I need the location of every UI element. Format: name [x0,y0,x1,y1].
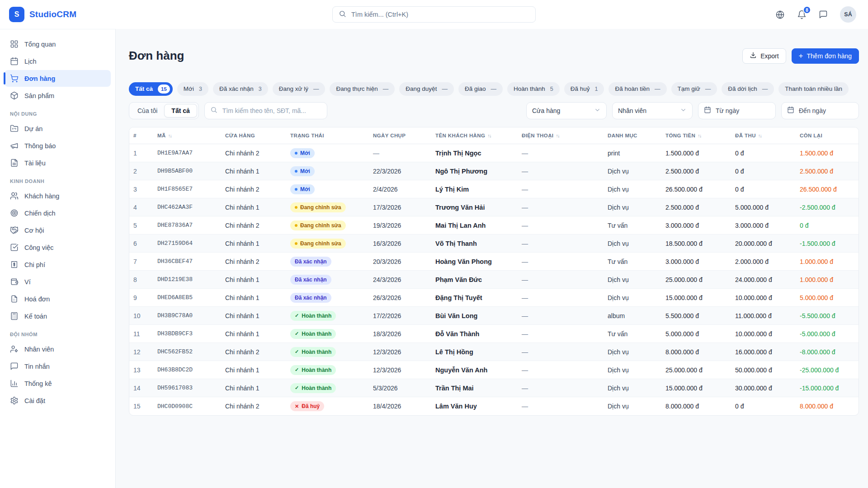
order-row[interactable]: 13DH63B8DC2DChi nhánh 1✓Hoàn thành12/3/2… [129,361,859,379]
status-filter-chip[interactable]: Đang xử lý— [273,82,326,96]
sidebar-item-chi-phi[interactable]: Chi phí [5,256,111,273]
chip-label: Đang thực hiện [336,85,377,92]
cell-phone: — [517,271,603,289]
sidebar-item-tai-lieu[interactable]: Tài liệu [5,155,111,171]
cell-total: 25.000.000 đ [661,361,731,379]
sidebar-item-hoa-don[interactable]: Hoá đơn [5,291,111,307]
order-row[interactable]: 3DH1F8565E7Chi nhánh 2Mới2/4/2026Lý Thị … [129,180,859,198]
status-filter-chip[interactable]: Đã huỷ1 [564,82,604,96]
sidebar-item-thong-ke[interactable]: Thống kê [5,375,111,392]
handshake-icon [10,226,19,235]
cell-customer: Đặng Thị Tuyết [431,289,517,307]
sidebar-item-du-an[interactable]: Dự án [5,120,111,137]
notification-badge: 8 [803,6,811,14]
cell-phone: — [517,235,603,253]
cell-status: Đang chỉnh sửa [286,235,368,253]
cell-index: 1 [129,144,153,162]
sidebar-item-vi[interactable]: Ví [5,273,111,290]
sidebar-item-tong-quan[interactable]: Tổng quan [5,36,111,52]
sidebar-item-chien-dich[interactable]: Chiến dịch [5,205,111,221]
cell-customer: Nguyễn Văn Anh [431,361,517,379]
cell-store: Chi nhánh 1 [221,271,286,289]
sidebar-item-don-hang[interactable]: Đơn hàng [5,70,111,87]
staff-filter-select[interactable]: Nhân viên [612,102,693,119]
avatar[interactable]: SÁ [840,6,856,23]
sidebar-item-label: Nhân viên [24,346,54,353]
cell-paid: 0 đ [731,162,795,180]
cell-remaining: -1.500.000 đ [795,235,859,253]
status-filter-chip[interactable]: Tạm giữ— [671,82,717,96]
cell-date: 16/3/2026 [368,235,431,253]
sidebar-item-cai-dat[interactable]: Cài đặt [5,392,111,409]
sidebar-item-khach-hang[interactable]: Khách hàng [5,188,111,204]
order-row[interactable]: 10DH3B9C78A0Chi nhánh 1✓Hoàn thành17/2/2… [129,307,859,325]
sidebar-item-label: Cài đặt [24,397,45,404]
scope-my-button[interactable]: Của tôi [131,104,164,117]
sidebar-item-san-pham[interactable]: Sản phẩm [5,87,111,104]
status-filter-chip[interactable]: Đã giao— [458,82,503,96]
sidebar-item-lich[interactable]: Lịch [5,53,111,70]
global-search-input[interactable] [350,10,529,19]
global-search[interactable] [332,6,536,23]
column-header[interactable]: TỔNG TIỀN↑↓ [661,127,731,144]
status-filter-chip[interactable]: Đã dời lịch— [722,82,774,96]
status-dot-icon [295,152,297,155]
chip-count: — [655,86,660,92]
chip-label: Tạm giữ [678,85,700,92]
order-row[interactable]: 9DHED6A8EB5Chi nhánh 1Đã xác nhận26/3/20… [129,289,859,307]
cell-status: ✓Hoàn thành [286,325,368,343]
order-row[interactable]: 2DH9B5ABF00Chi nhánh 1Mới22/3/2026Ngô Th… [129,162,859,180]
cell-code: DH1E9A7AA7 [153,144,221,162]
sidebar-item-ke-toan[interactable]: Kế toán [5,308,111,324]
order-row[interactable]: 12DHC562FB52Chi nhánh 2✓Hoàn thành12/3/2… [129,343,859,361]
order-row[interactable]: 6DH27159D64Chi nhánh 1Đang chỉnh sửa16/3… [129,235,859,253]
chart-icon [10,379,19,388]
export-button[interactable]: Export [742,48,786,64]
column-header[interactable]: ĐÃ THU↑↓ [731,127,795,144]
sidebar-item-cong-viec[interactable]: Công việc [5,239,111,256]
add-order-button[interactable]: + Thêm đơn hàng [792,48,859,64]
date-to-input[interactable]: Đến ngày [781,102,859,119]
column-header[interactable]: MÃ↑↓ [153,127,221,144]
order-row[interactable]: 5DHE87836A7Chi nhánh 2Đang chỉnh sửa19/3… [129,216,859,235]
cell-total: 5.500.000 đ [661,307,731,325]
table-search-input[interactable] [222,107,321,115]
order-row[interactable]: 1DH1E9A7AA7Chi nhánh 2Mới—Trịnh Thị Ngọc… [129,144,859,162]
column-header[interactable]: ĐIỆN THOẠI↑↓ [517,127,603,144]
cell-remaining: 26.500.000 đ [795,180,859,198]
order-row[interactable]: 7DH36CBEF47Chi nhánh 2Đã xác nhận20/3/20… [129,253,859,271]
status-filter-chip[interactable]: Đang duyệt— [399,82,454,96]
store-filter-select[interactable]: Cửa hàng [526,102,607,119]
status-filter-chip[interactable]: Đang thực hiện— [330,82,395,96]
notifications-button[interactable]: 8 [797,10,807,19]
cell-phone: — [517,325,603,343]
column-header[interactable]: TÊN KHÁCH HÀNG↑↓ [431,127,517,144]
status-filter-chip[interactable]: Thanh toán nhiều lần [778,82,849,96]
sidebar-item-thong-bao[interactable]: Thông báo [5,137,111,154]
status-filter-chip[interactable]: Mới3 [177,82,208,96]
grid-icon [10,40,19,48]
order-row[interactable]: 8DHD1219E38Chi nhánh 1Đã xác nhận24/3/20… [129,271,859,289]
status-filter-chip[interactable]: Tất cả15 [129,82,173,96]
messages-button[interactable] [819,10,828,19]
order-row[interactable]: 15DHC0D0908CChi nhánh 2✕Đã huỷ18/4/2026L… [129,397,859,415]
date-from-input[interactable]: Từ ngày [698,102,776,119]
scope-all-button[interactable]: Tất cả [164,104,197,117]
status-badge: Mới [290,166,315,176]
order-row[interactable]: 4DHC462AA3FChi nhánh 1Đang chỉnh sửa17/3… [129,198,859,216]
language-globe-button[interactable] [775,10,785,19]
sidebar-item-label: Thống kê [24,380,52,387]
order-row[interactable]: 14DH59617083Chi nhánh 1✓Hoàn thành5/3/20… [129,379,859,397]
status-filter-chip[interactable]: Hoàn thành5 [507,82,560,96]
table-search[interactable] [204,102,327,119]
sidebar-item-co-hoi[interactable]: Cơ hội [5,222,111,239]
sidebar-item-tin-nhan[interactable]: Tin nhắn [5,358,111,375]
order-row[interactable]: 11DH3BDB9CF3Chi nhánh 1✓Hoàn thành18/3/2… [129,325,859,343]
sidebar-item-label: Dự án [24,125,42,132]
sidebar-item-nhan-vien[interactable]: Nhân viên [5,341,111,357]
status-filter-chip[interactable]: Đã hoàn tiền— [609,82,666,96]
cell-code: DH63B8DC2D [153,361,221,379]
chip-count: 1 [594,86,598,92]
column-header: CỬA HÀNG [221,127,286,144]
status-filter-chip[interactable]: Đã xác nhận3 [213,82,268,96]
